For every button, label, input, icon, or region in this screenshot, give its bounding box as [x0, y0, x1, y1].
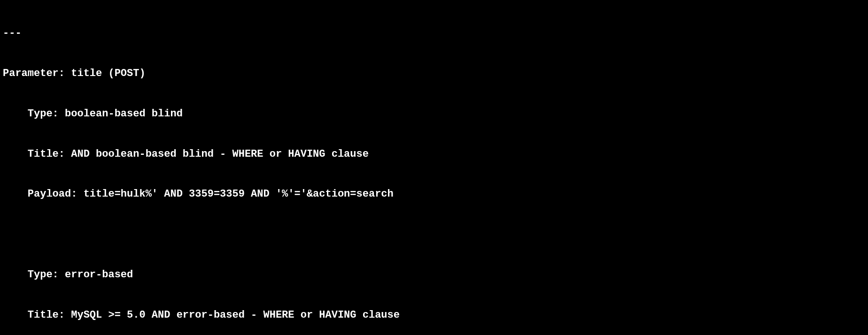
terminal-line: --- [3, 27, 865, 40]
terminal-output[interactable]: --- Parameter: title (POST) Type: boolea… [0, 0, 868, 335]
terminal-line: Type: error-based [3, 268, 865, 282]
terminal-line: Title: MySQL >= 5.0 AND error-based - WH… [3, 309, 865, 322]
terminal-line: Type: boolean-based blind [3, 107, 865, 121]
terminal-line: Payload: title=hulk%' AND 3359=3359 AND … [3, 188, 865, 201]
terminal-line: Title: AND boolean-based blind - WHERE o… [3, 148, 865, 161]
terminal-line: Parameter: title (POST) [3, 67, 865, 81]
terminal-line [3, 228, 865, 242]
